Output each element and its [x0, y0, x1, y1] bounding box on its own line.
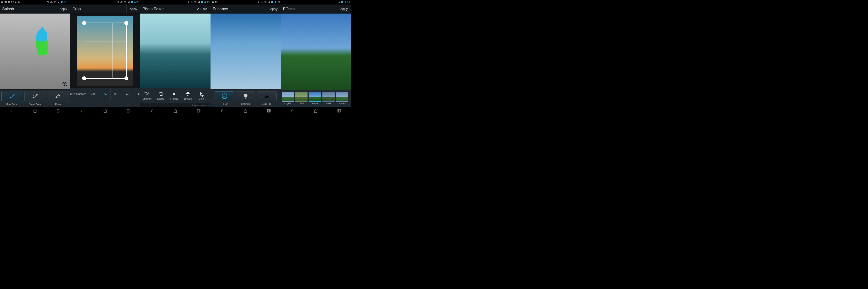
bluetooth-icon [187, 1, 190, 4]
crop-handle-bl[interactable] [82, 76, 86, 80]
zoom-button[interactable] [62, 81, 68, 88]
filter-clyde[interactable]: Clyde [295, 92, 308, 106]
filter-thumb [309, 92, 321, 102]
nav-recent-button[interactable] [126, 108, 131, 114]
nav-home-button[interactable] [313, 108, 318, 114]
screen-photo-editor: 4:15 Photo Editor Done Enhance Effects F… [140, 0, 211, 116]
focus-tool[interactable]: Foc [208, 88, 211, 104]
battery-icon [341, 1, 344, 4]
ratio-bar[interactable]: Square Custom 2:3 3:4 3:5 4:5 4:6 [70, 88, 140, 100]
powered-by: Powered by Aviary [140, 104, 211, 107]
nav-recent-button[interactable] [196, 108, 201, 114]
apply-button[interactable]: Apply [126, 4, 140, 13]
filter-strip[interactable]: Original Clyde Avenue Haas Arizona [281, 90, 351, 107]
nav-back-button[interactable] [290, 108, 295, 114]
status-bar: 4:00 [70, 0, 140, 4]
status-bar: 4:09 [211, 0, 281, 4]
filter-thumb [282, 92, 294, 102]
enhance-tool[interactable]: Enhance [140, 88, 154, 104]
play-icon [18, 1, 21, 4]
ratio-4-5[interactable]: 4:5 [122, 88, 134, 100]
filter-avenue[interactable]: Avenue [309, 92, 321, 106]
tool-label: Illuminate [235, 103, 256, 105]
nav-home-button[interactable] [173, 108, 178, 114]
screen-enhance: 4:09 Enhance Apply Hi-Def Illuminate Col… [211, 0, 281, 116]
nav-recent-button[interactable] [337, 108, 342, 114]
nav-recent-button[interactable] [56, 108, 61, 114]
rotate-button[interactable] [70, 100, 140, 107]
effects-tool[interactable]: Effects [154, 88, 167, 104]
filter-haas[interactable]: Haas [322, 92, 335, 106]
crop-grid-line [84, 41, 126, 42]
image-icon [8, 1, 10, 4]
canvas[interactable] [140, 13, 211, 88]
wifi-icon [264, 1, 267, 4]
ratio-3-5[interactable]: 3:5 [111, 88, 122, 100]
crop-handle-br[interactable] [124, 76, 128, 80]
nav-bar [0, 107, 70, 116]
illuminate-button[interactable] [236, 91, 256, 101]
tool-label: Eraser [47, 103, 70, 106]
battery-icon [200, 1, 203, 4]
app-bar: Effects Apply [281, 4, 351, 13]
ratio-square[interactable]: Square [70, 88, 75, 100]
page-title: Effects [281, 7, 295, 11]
canvas[interactable] [70, 13, 140, 88]
free-color-button[interactable] [1, 91, 23, 102]
done-button[interactable]: Done [193, 4, 211, 13]
crop-tool[interactable]: Crop [194, 88, 208, 104]
colorfix-button[interactable] [257, 91, 277, 101]
nav-home-button[interactable] [103, 108, 107, 114]
check-icon [196, 7, 199, 10]
status-time: 4:15 [205, 1, 210, 4]
crop-handle-tl[interactable] [82, 21, 86, 25]
tool-strip[interactable]: Enhance Effects Frames Stickers Crop Foc [140, 88, 211, 104]
ratio-2-3[interactable]: 2:3 [87, 88, 99, 100]
canvas[interactable] [211, 13, 281, 89]
signal-icon [197, 1, 200, 4]
screen-crop: 4:00 Crop Apply Square Custom 2:3 3:4 3:… [70, 0, 140, 116]
apply-button[interactable]: Apply [56, 4, 70, 13]
filter-thumb [336, 92, 348, 102]
dropbox-icon [215, 1, 218, 4]
filter-thumb [322, 92, 335, 102]
app-bar: Crop Apply [70, 4, 140, 13]
app-bar: Photo Editor Done [140, 4, 211, 13]
nav-back-button[interactable] [150, 108, 155, 114]
screen-effects: 4:00 Effects Apply Original Clyde Avenue… [281, 0, 351, 116]
nav-back-button[interactable] [9, 108, 14, 114]
ratio-custom[interactable]: Custom [75, 88, 87, 100]
crop-handle-tr[interactable] [124, 21, 128, 25]
mute-icon [120, 1, 123, 4]
wifi-icon [54, 1, 56, 4]
filter-original[interactable]: Original [282, 92, 294, 106]
smart-color-button[interactable] [24, 91, 46, 102]
nav-home-button[interactable] [243, 108, 248, 114]
battery-icon [130, 1, 133, 4]
mute-icon [50, 1, 53, 4]
photo [211, 13, 281, 89]
signal-icon [267, 1, 270, 4]
apply-button[interactable]: Apply [337, 4, 351, 13]
nav-recent-button[interactable] [267, 108, 272, 114]
crop-grid-line [112, 23, 113, 78]
frames-tool[interactable]: Frames [167, 88, 181, 104]
photo [281, 13, 351, 90]
canvas[interactable] [0, 13, 70, 89]
nav-home-button[interactable] [32, 108, 37, 114]
nav-back-button[interactable] [220, 108, 225, 114]
stickers-tool[interactable]: Stickers [181, 88, 194, 104]
nav-bar [140, 107, 211, 116]
eraser-button[interactable] [47, 91, 69, 102]
crop-rectangle[interactable] [84, 23, 127, 79]
canvas[interactable] [281, 13, 351, 90]
signal-icon [338, 1, 340, 4]
ratio-4-6[interactable]: 4:6 [134, 88, 140, 100]
filter-arizona[interactable]: Arizona [336, 92, 348, 106]
nav-back-button[interactable] [80, 108, 84, 114]
status-left [1, 1, 21, 4]
battery-icon [271, 1, 274, 4]
apply-button[interactable]: Apply [267, 4, 281, 13]
hidef-button[interactable] [215, 91, 235, 101]
ratio-3-4[interactable]: 3:4 [99, 88, 111, 100]
